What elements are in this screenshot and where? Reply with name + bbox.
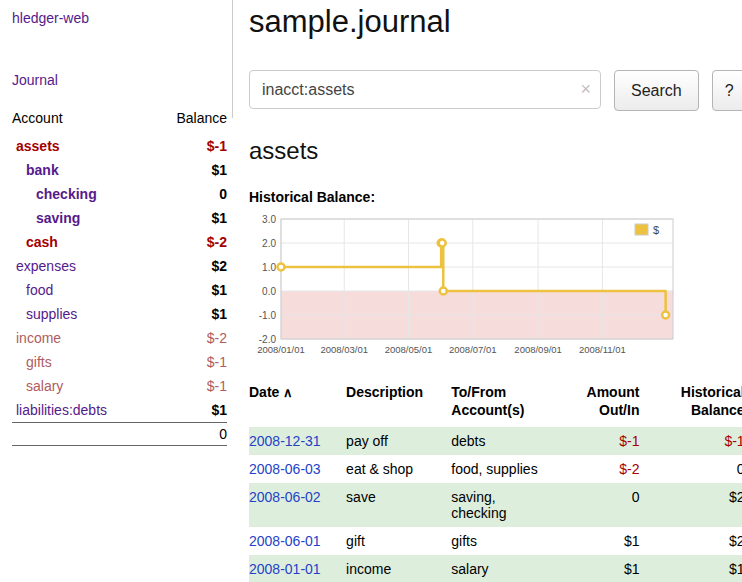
account-balance: $1: [152, 302, 227, 326]
account-name-cell: bank: [12, 158, 152, 182]
sidebar: hledger-web Journal Account Balance asse…: [0, 0, 233, 582]
account-balance: $-1: [152, 134, 227, 158]
account-row: expenses$2: [12, 254, 227, 278]
search-input[interactable]: [249, 70, 601, 109]
register-header-historical: HistoricalBalance: [647, 379, 742, 427]
account-name-cell: income: [12, 326, 152, 350]
register-accounts: saving, checking: [451, 483, 556, 527]
register-date-cell: 2008-06-02: [249, 483, 346, 527]
register-description: income: [346, 555, 451, 582]
y-tick-label: 0.0: [262, 286, 276, 297]
register-amount: $-1: [556, 427, 647, 455]
accounts-table: Account Balance assets$-1bank$1checking0…: [12, 108, 227, 446]
account-link-cash[interactable]: cash: [26, 234, 58, 250]
register-row: 2008-01-01incomesalary$1$1: [249, 555, 742, 582]
account-row: supplies$1: [12, 302, 227, 326]
register-row: 2008-06-03eat & shopfood, supplies$-20: [249, 455, 742, 483]
x-tick-label: 2008/03/01: [320, 344, 368, 355]
account-link-saving[interactable]: saving: [36, 210, 80, 226]
account-row: bank$1: [12, 158, 227, 182]
register-description: save: [346, 483, 451, 527]
y-tick-label: -2.0: [259, 334, 277, 345]
register-amount: $-2: [556, 455, 647, 483]
account-name-cell: supplies: [12, 302, 152, 326]
journal-link[interactable]: Journal: [12, 72, 227, 88]
account-row: cash$-2: [12, 230, 227, 254]
account-balance: $2: [152, 254, 227, 278]
account-row: salary$-1: [12, 374, 227, 398]
transaction-date-link[interactable]: 2008-01-01: [249, 561, 321, 577]
account-balance: $-2: [152, 230, 227, 254]
register-accounts: gifts: [451, 527, 556, 555]
transaction-date-link[interactable]: 2008-06-03: [249, 461, 321, 477]
register-date-cell: 2008-06-03: [249, 455, 346, 483]
register-accounts: debts: [451, 427, 556, 455]
legend-swatch: [635, 224, 648, 235]
hledger-web-app: hledger-web Journal Account Balance asse…: [0, 0, 742, 582]
data-point-marker: [662, 312, 669, 319]
account-link-assets[interactable]: assets: [16, 138, 60, 154]
account-link-checking[interactable]: checking: [36, 186, 97, 202]
account-balance: $1: [152, 158, 227, 182]
app-title-link[interactable]: hledger-web: [12, 10, 227, 26]
x-tick-label: 2008/07/01: [449, 344, 497, 355]
search-row: × Search ?: [249, 70, 742, 111]
transaction-date-link[interactable]: 2008-06-01: [249, 533, 321, 549]
y-tick-label: -1.0: [259, 310, 277, 321]
accounts-header-row: Account Balance: [12, 108, 227, 134]
account-name-cell: food: [12, 278, 152, 302]
data-point-marker: [278, 264, 285, 271]
register-header-to-from: To/FromAccount(s): [451, 379, 556, 427]
register-amount: $1: [556, 527, 647, 555]
account-name-cell: checking: [12, 182, 152, 206]
account-balance: $-1: [152, 350, 227, 374]
x-tick-label: 2008/05/01: [385, 344, 433, 355]
legend-label: $: [653, 224, 659, 236]
account-link-salary[interactable]: salary: [26, 378, 63, 394]
register-row: 2008-06-01giftgifts$1$2: [249, 527, 742, 555]
sort-ascending-icon: ∧: [279, 385, 292, 400]
account-link-liabilities-debts[interactable]: liabilities:debts: [16, 402, 107, 418]
accounts-header-balance: Balance: [152, 108, 227, 134]
account-link-bank[interactable]: bank: [26, 162, 59, 178]
register-table: Date ∧DescriptionTo/FromAccount(s)Amount…: [249, 379, 742, 582]
register-balance: $2: [647, 483, 742, 527]
transaction-date-link[interactable]: 2008-06-02: [249, 489, 321, 505]
register-amount: $1: [556, 555, 647, 582]
transaction-date-link[interactable]: 2008-12-31: [249, 433, 321, 449]
register-balance: 0: [647, 455, 742, 483]
account-name-cell: liabilities:debts: [12, 398, 152, 423]
account-name-cell: assets: [12, 134, 152, 158]
sidebar-divider: [232, 0, 233, 118]
help-button[interactable]: ?: [712, 70, 742, 111]
x-tick-label: 2008/11/01: [579, 344, 626, 355]
account-name-cell: salary: [12, 374, 152, 398]
register-description: eat & shop: [346, 455, 451, 483]
data-point-marker: [440, 288, 447, 295]
register-balance: $1: [647, 555, 742, 582]
account-link-food[interactable]: food: [26, 282, 53, 298]
account-link-supplies[interactable]: supplies: [26, 306, 77, 322]
account-row: food$1: [12, 278, 227, 302]
register-accounts: salary: [451, 555, 556, 582]
register-description: pay off: [346, 427, 451, 455]
register-row: 2008-06-02savesaving, checking0$2: [249, 483, 742, 527]
clear-search-icon[interactable]: ×: [580, 78, 591, 100]
account-heading: assets: [249, 137, 742, 165]
account-link-gifts[interactable]: gifts: [26, 354, 52, 370]
account-row: liabilities:debts$1: [12, 398, 227, 423]
search-button[interactable]: Search: [614, 70, 699, 111]
register-header-date[interactable]: Date ∧: [249, 379, 346, 427]
account-name-cell: gifts: [12, 350, 152, 374]
main-content: sample.journal × Search ? assets Histori…: [233, 0, 742, 582]
register-date-cell: 2008-01-01: [249, 555, 346, 582]
register-description: gift: [346, 527, 451, 555]
account-balance: $-1: [152, 374, 227, 398]
account-balance: 0: [152, 182, 227, 206]
account-row: assets$-1: [12, 134, 227, 158]
account-link-income[interactable]: income: [16, 330, 61, 346]
accounts-total-spacer: [12, 423, 152, 446]
x-tick-label: 2008/01/01: [257, 344, 305, 355]
account-link-expenses[interactable]: expenses: [16, 258, 76, 274]
account-row: income$-2: [12, 326, 227, 350]
